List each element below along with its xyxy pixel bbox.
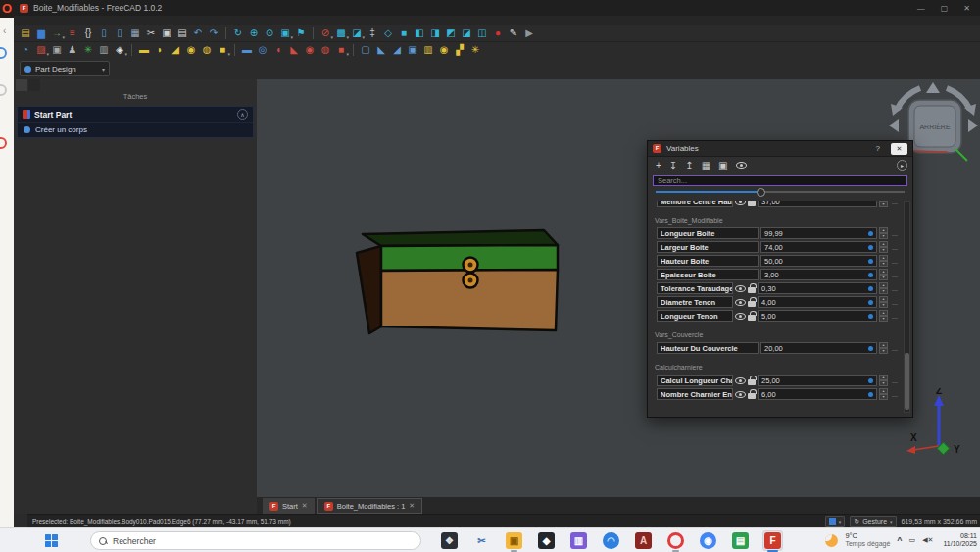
additive-helix-button[interactable]: ◍	[199, 43, 215, 58]
zoom-in-button[interactable]: ⊕	[246, 26, 262, 41]
save-button[interactable]: ▦	[127, 26, 143, 41]
import-button[interactable]: ▯	[96, 26, 112, 41]
copy-variables-button[interactable]: ▣	[718, 161, 727, 171]
preferences-button[interactable]: ≡	[65, 26, 80, 41]
app-opera[interactable]	[665, 530, 686, 551]
collapse-section-button[interactable]: ∧	[237, 109, 248, 120]
taskbar-search-input[interactable]: Rechercher	[90, 531, 421, 550]
app-autocad[interactable]: A	[633, 530, 654, 551]
variable-value-cell[interactable]: 3,00	[760, 269, 877, 280]
clip-plane-button[interactable]: ⊘ ▾	[318, 26, 333, 41]
app-freecad[interactable]: F	[762, 530, 783, 551]
weather-moon-icon[interactable]	[825, 534, 838, 547]
clone-button[interactable]: ▥	[96, 43, 112, 58]
maximize-button[interactable]: ▢	[941, 4, 949, 13]
variable-value-cell[interactable]: 0,30	[758, 282, 877, 294]
more-options-button[interactable]: ...	[890, 201, 900, 205]
validate-sketch-button[interactable]: ♟	[65, 43, 80, 58]
chest-model[interactable]	[353, 226, 561, 335]
variable-value-cell[interactable]: 5,00	[758, 310, 877, 322]
document-tab[interactable]: F Start ✕	[263, 498, 315, 514]
create-body-button[interactable]: ◔	[18, 43, 33, 58]
more-options-button[interactable]: ...	[890, 258, 900, 265]
eye-icon[interactable]	[735, 377, 746, 384]
eye-icon[interactable]	[735, 299, 746, 306]
more-options-button[interactable]: ...	[890, 244, 900, 251]
variable-value-cell[interactable]: 20,00	[760, 342, 877, 354]
lock-icon[interactable]	[748, 379, 756, 385]
app-task-view[interactable]: ❖	[439, 530, 460, 551]
variables-slider[interactable]	[656, 188, 905, 197]
navigation-style-select[interactable]: ↻ Gesture ▾	[850, 516, 896, 527]
save-as-button[interactable]: → ▾	[49, 26, 65, 41]
create-sketch-button[interactable]: ▨ ▾	[33, 43, 49, 58]
mirrored-button[interactable]: ▞	[452, 43, 467, 58]
more-options-button[interactable]: ...	[890, 345, 900, 352]
value-spinner[interactable]: ▴▾	[879, 282, 888, 294]
lock-icon[interactable]	[748, 287, 756, 293]
app-file-explorer[interactable]: ▣	[504, 530, 524, 551]
variable-value-cell[interactable]: 4,00	[758, 296, 877, 308]
app-chrome[interactable]: ◉	[698, 530, 718, 551]
add-variable-button[interactable]: +	[656, 161, 662, 171]
more-options-button[interactable]: ...	[890, 377, 900, 384]
eye-icon[interactable]	[735, 313, 746, 320]
value-spinner[interactable]: ▴▾	[879, 255, 888, 267]
variable-value-cell[interactable]: 50,00	[760, 255, 877, 267]
value-spinner[interactable]: ▴▾	[879, 342, 888, 354]
expression-editor-button[interactable]: {}	[80, 26, 96, 41]
variable-value-cell[interactable]: 74,00	[760, 241, 877, 253]
value-spinner[interactable]: ▴▾	[879, 388, 888, 400]
lock-icon[interactable]	[748, 393, 756, 399]
value-spinner[interactable]: ▴▾	[879, 201, 888, 207]
variables-scrollbar[interactable]	[904, 201, 910, 413]
app-snipping-tool[interactable]: ✂	[471, 530, 492, 551]
shape-binder-button[interactable]: ✳	[80, 43, 96, 58]
app-green[interactable]: ▤	[730, 530, 751, 551]
value-spinner[interactable]: ▴▾	[879, 241, 888, 253]
more-options-button[interactable]: ...	[890, 391, 900, 398]
hole-button[interactable]: ◎	[255, 43, 270, 58]
value-spinner[interactable]: ▴▾	[879, 310, 888, 322]
panel-tab[interactable]	[28, 79, 40, 91]
macro-run-button[interactable]: ▶	[521, 26, 537, 41]
help-button[interactable]: ?	[876, 144, 880, 153]
more-options-button[interactable]: ...	[890, 313, 900, 320]
linear-pattern-button[interactable]: ▥	[420, 43, 436, 58]
subtractive-helix-button[interactable]: ◍	[318, 43, 333, 58]
edit-sketch-button[interactable]: ▣	[49, 43, 65, 58]
refresh-button[interactable]: ↻	[230, 26, 246, 41]
close-tab-icon[interactable]: ✕	[302, 502, 308, 510]
import-variables-button[interactable]: ↧	[669, 161, 677, 171]
variable-value-cell[interactable]: 25,00	[758, 375, 877, 386]
texture-view-button[interactable]: ▩ ▾	[333, 26, 349, 41]
subtractive-loft-button[interactable]: ◣	[286, 43, 302, 58]
measure-button[interactable]: ‡	[365, 26, 380, 41]
more-options-button[interactable]: ...	[890, 230, 900, 237]
thickness-button[interactable]: ▣	[405, 43, 420, 58]
minimize-button[interactable]: —	[917, 4, 925, 13]
redo-button[interactable]: ↷	[206, 26, 221, 41]
cast-screen-icon[interactable]: ▭	[909, 536, 916, 544]
toggle-visibility-button[interactable]	[736, 162, 747, 169]
app-dark-badge[interactable]: ◆	[536, 530, 557, 551]
macro-record-button[interactable]: ●	[490, 26, 506, 41]
close-dialog-button[interactable]: ✕	[891, 143, 907, 155]
variables-dialog-title-bar[interactable]: F Variables ? ✕	[648, 141, 912, 157]
view-isometric-button[interactable]: ◇	[380, 26, 396, 41]
groove-button[interactable]: ◖	[270, 43, 286, 58]
variable-value-cell[interactable]: 37,00	[758, 201, 877, 207]
subtractive-pipe-button[interactable]: ◉	[302, 43, 318, 58]
close-button[interactable]: ✕	[963, 4, 970, 13]
volume-muted-icon[interactable]: ◀✕	[922, 536, 933, 544]
additive-loft-button[interactable]: ◢	[168, 43, 183, 58]
lock-icon[interactable]	[748, 315, 756, 321]
variable-value-cell[interactable]: 6,00	[758, 388, 877, 400]
value-spinner[interactable]: ▴▾	[879, 227, 888, 239]
value-spinner[interactable]: ▴▾	[879, 375, 888, 386]
export-variables-button[interactable]: ↥	[685, 161, 693, 171]
eye-icon[interactable]	[735, 285, 746, 292]
lock-icon[interactable]	[748, 201, 756, 206]
polar-pattern-button[interactable]: ◉	[436, 43, 452, 58]
search-input[interactable]: Search...	[653, 175, 907, 186]
